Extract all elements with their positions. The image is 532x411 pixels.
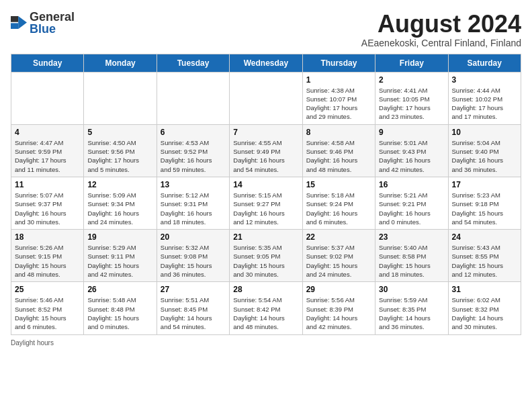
calendar-cell: 31Sunrise: 6:02 AMSunset: 8:32 PMDayligh… [448,282,521,334]
day-info: Sunrise: 4:58 AMSunset: 9:46 PMDaylight:… [306,138,371,174]
day-info: Sunrise: 5:01 AMSunset: 9:43 PMDaylight:… [379,138,444,174]
day-info: Sunrise: 4:53 AMSunset: 9:52 PMDaylight:… [161,138,226,174]
day-number: 21 [233,232,298,242]
subtitle: AEaenekoski, Central Finland, Finland [361,38,521,48]
calendar-cell: 24Sunrise: 5:43 AMSunset: 8:55 PMDayligh… [448,230,521,282]
day-number: 14 [233,180,298,189]
day-info: Sunrise: 5:46 AMSunset: 8:52 PMDaylight:… [15,295,80,331]
day-info: Sunrise: 5:15 AMSunset: 9:27 PMDaylight:… [233,191,298,226]
day-number: 25 [15,285,80,294]
day-number: 10 [452,128,517,137]
day-number: 17 [452,180,517,189]
day-info: Sunrise: 4:50 AMSunset: 9:56 PMDaylight:… [87,138,152,174]
day-number: 28 [233,285,298,294]
logo-icon [11,16,27,30]
day-number: 29 [306,285,371,294]
day-info: Sunrise: 4:44 AMSunset: 10:02 PMDaylight… [452,86,517,122]
day-number: 18 [15,232,80,242]
calendar-cell: 15Sunrise: 5:18 AMSunset: 9:24 PMDayligh… [302,177,375,229]
day-info: Sunrise: 5:48 AMSunset: 8:48 PMDaylight:… [87,295,152,331]
footer-note: Daylight hours [11,339,521,347]
day-number: 11 [15,180,80,189]
day-info: Sunrise: 5:51 AMSunset: 8:45 PMDaylight:… [161,295,226,331]
main-title: August 2024 [361,11,521,38]
logo-text: General Blue [30,11,75,35]
calendar-cell: 23Sunrise: 5:40 AMSunset: 8:58 PMDayligh… [375,230,448,282]
calendar-cell: 30Sunrise: 5:59 AMSunset: 8:35 PMDayligh… [375,282,448,334]
day-number: 13 [161,180,226,189]
day-number: 15 [306,180,371,189]
day-info: Sunrise: 5:21 AMSunset: 9:21 PMDaylight:… [379,191,444,226]
day-info: Sunrise: 4:38 AMSunset: 10:07 PMDaylight… [306,86,371,122]
day-info: Sunrise: 4:41 AMSunset: 10:05 PMDaylight… [379,86,444,122]
calendar-cell [157,72,229,124]
calendar-cell: 7Sunrise: 4:55 AMSunset: 9:49 PMDaylight… [230,124,302,177]
calendar-cell: 8Sunrise: 4:58 AMSunset: 9:46 PMDaylight… [302,124,375,177]
day-info: Sunrise: 5:26 AMSunset: 9:15 PMDaylight:… [15,243,80,279]
day-info: Sunrise: 4:55 AMSunset: 9:49 PMDaylight:… [233,138,298,174]
calendar-week-3: 11Sunrise: 5:07 AMSunset: 9:37 PMDayligh… [11,177,521,229]
calendar: SundayMondayTuesdayWednesdayThursdayFrid… [11,54,521,335]
day-info: Sunrise: 5:04 AMSunset: 9:40 PMDaylight:… [452,138,517,174]
header: General Blue August 2024 AEaenekoski, Ce… [11,11,521,48]
day-number: 26 [87,285,152,294]
calendar-cell: 17Sunrise: 5:23 AMSunset: 9:18 PMDayligh… [448,177,521,229]
day-info: Sunrise: 5:35 AMSunset: 9:05 PMDaylight:… [233,243,298,279]
calendar-cell: 9Sunrise: 5:01 AMSunset: 9:43 PMDaylight… [375,124,448,177]
day-info: Sunrise: 5:23 AMSunset: 9:18 PMDaylight:… [452,191,517,226]
day-info: Sunrise: 5:32 AMSunset: 9:08 PMDaylight:… [161,243,226,279]
calendar-cell: 12Sunrise: 5:09 AMSunset: 9:34 PMDayligh… [84,177,157,229]
day-info: Sunrise: 5:40 AMSunset: 8:58 PMDaylight:… [379,243,444,279]
day-number: 16 [379,180,444,189]
day-info: Sunrise: 5:56 AMSunset: 8:39 PMDaylight:… [306,295,371,331]
calendar-cell: 16Sunrise: 5:21 AMSunset: 9:21 PMDayligh… [375,177,448,229]
col-header-saturday: Saturday [448,54,521,72]
day-info: Sunrise: 5:07 AMSunset: 9:37 PMDaylight:… [15,191,80,226]
day-number: 31 [452,285,517,294]
day-number: 7 [233,128,298,137]
calendar-week-4: 18Sunrise: 5:26 AMSunset: 9:15 PMDayligh… [11,230,521,282]
calendar-week-2: 4Sunrise: 4:47 AMSunset: 9:59 PMDaylight… [11,124,521,177]
calendar-cell: 5Sunrise: 4:50 AMSunset: 9:56 PMDaylight… [84,124,157,177]
day-number: 27 [161,285,226,294]
calendar-cell: 27Sunrise: 5:51 AMSunset: 8:45 PMDayligh… [157,282,229,334]
col-header-friday: Friday [375,54,448,72]
calendar-cell: 11Sunrise: 5:07 AMSunset: 9:37 PMDayligh… [11,177,84,229]
svg-rect-0 [11,16,18,22]
day-number: 12 [87,180,152,189]
col-header-sunday: Sunday [11,54,84,72]
calendar-cell [11,72,84,124]
calendar-cell: 2Sunrise: 4:41 AMSunset: 10:05 PMDayligh… [375,72,448,124]
day-number: 2 [379,75,444,85]
calendar-cell: 21Sunrise: 5:35 AMSunset: 9:05 PMDayligh… [230,230,302,282]
svg-marker-2 [18,16,27,29]
day-info: Sunrise: 5:09 AMSunset: 9:34 PMDaylight:… [87,191,152,226]
day-number: 9 [379,128,444,137]
day-info: Sunrise: 5:12 AMSunset: 9:31 PMDaylight:… [161,191,226,226]
day-number: 5 [87,128,152,137]
calendar-cell: 19Sunrise: 5:29 AMSunset: 9:11 PMDayligh… [84,230,157,282]
calendar-cell: 13Sunrise: 5:12 AMSunset: 9:31 PMDayligh… [157,177,229,229]
day-info: Sunrise: 5:43 AMSunset: 8:55 PMDaylight:… [452,243,517,279]
day-info: Sunrise: 5:37 AMSunset: 9:02 PMDaylight:… [306,243,371,279]
calendar-cell: 20Sunrise: 5:32 AMSunset: 9:08 PMDayligh… [157,230,229,282]
calendar-cell: 18Sunrise: 5:26 AMSunset: 9:15 PMDayligh… [11,230,84,282]
day-number: 22 [306,232,371,242]
calendar-cell: 4Sunrise: 4:47 AMSunset: 9:59 PMDaylight… [11,124,84,177]
col-header-thursday: Thursday [302,54,375,72]
day-number: 8 [306,128,371,137]
calendar-cell: 26Sunrise: 5:48 AMSunset: 8:48 PMDayligh… [84,282,157,334]
title-area: August 2024 AEaenekoski, Central Finland… [361,11,521,48]
calendar-cell: 10Sunrise: 5:04 AMSunset: 9:40 PMDayligh… [448,124,521,177]
calendar-cell: 3Sunrise: 4:44 AMSunset: 10:02 PMDayligh… [448,72,521,124]
day-info: Sunrise: 5:59 AMSunset: 8:35 PMDaylight:… [379,295,444,331]
logo-blue: Blue [30,23,75,35]
day-number: 3 [452,75,517,85]
day-number: 23 [379,232,444,242]
day-info: Sunrise: 6:02 AMSunset: 8:32 PMDaylight:… [452,295,517,331]
day-number: 1 [306,75,371,85]
logo: General Blue [11,11,75,35]
day-number: 24 [452,232,517,242]
calendar-cell: 25Sunrise: 5:46 AMSunset: 8:52 PMDayligh… [11,282,84,334]
calendar-cell: 22Sunrise: 5:37 AMSunset: 9:02 PMDayligh… [302,230,375,282]
